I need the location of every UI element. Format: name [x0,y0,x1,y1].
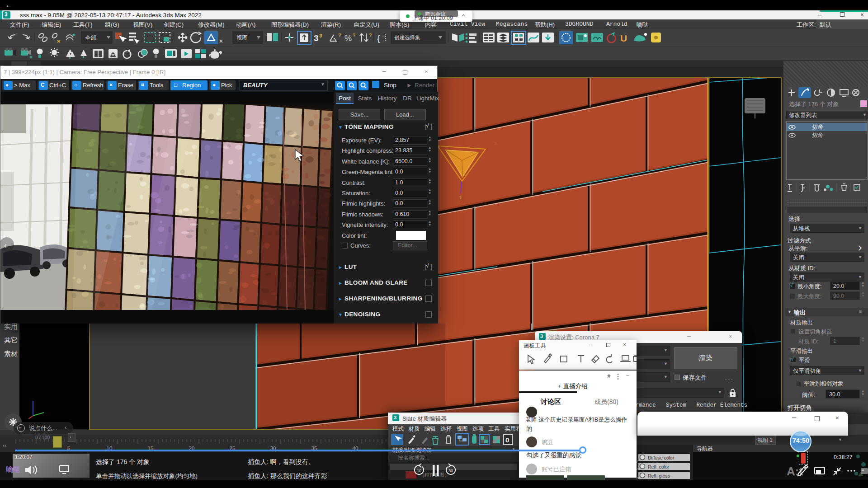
svg-text:x: x [495,141,497,145]
svg-text:‹‹: ‹‹ [3,442,7,449]
svg-text:?: ? [319,33,322,38]
svg-text:0: 0 [505,436,509,444]
svg-text:‹: ‹ [4,241,7,250]
svg-text:?: ? [369,33,372,38]
svg-text:全部: 全部 [85,35,96,41]
svg-text:创建选择集: 创建选择集 [394,35,420,40]
svg-text:3: 3 [314,33,319,43]
svg-text:U: U [620,33,627,43]
svg-text:{: { [377,33,380,43]
svg-text:30: 30 [448,469,453,473]
svg-text:': ' [382,34,383,41]
svg-text:?: ? [353,33,356,38]
svg-text:%: % [344,34,352,43]
svg-text:z: z [459,195,462,200]
svg-text:视图: 视图 [236,35,248,41]
svg-text:10: 10 [417,469,421,473]
svg-text:?: ? [338,33,341,38]
